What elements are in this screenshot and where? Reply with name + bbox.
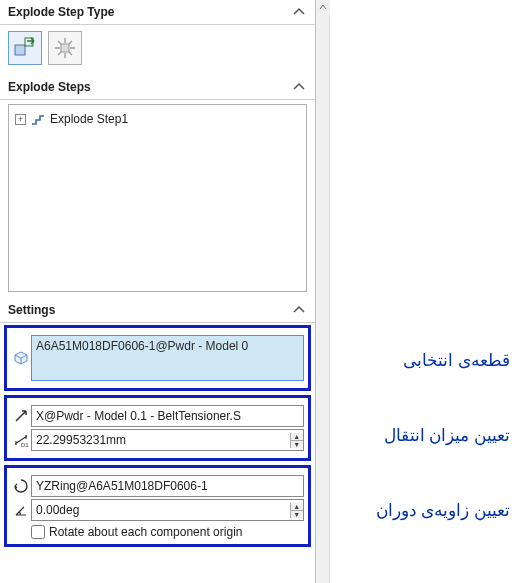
scroll-up-icon[interactable]	[316, 0, 330, 14]
section-explode-steps: Explode Steps + Explode Step1	[0, 75, 315, 298]
angle-field[interactable]: ▲ ▼	[31, 499, 304, 521]
svg-rect-2	[61, 44, 69, 52]
chevron-up-icon[interactable]	[291, 302, 307, 318]
translation-group: D1 ▲ ▼	[4, 395, 311, 461]
expand-icon[interactable]: +	[15, 114, 26, 125]
section-settings: Settings A6A51M018DF0606-1@Pwdr - Model …	[0, 298, 315, 557]
settings-body: A6A51M018DF0606-1@Pwdr - Model 0	[0, 325, 315, 557]
spin-up-icon[interactable]: ▲	[291, 503, 303, 510]
regular-step-icon	[12, 35, 38, 61]
section-explode-step-type: Explode Step Type	[0, 0, 315, 75]
section-header[interactable]: Settings	[0, 298, 315, 323]
property-panel: Explode Step Type	[0, 0, 316, 583]
explode-type-radial-button[interactable]	[48, 31, 82, 65]
component-selection-box[interactable]: A6A51M018DF0606-1@Pwdr - Model 0	[31, 335, 304, 381]
rotation-group: ▲ ▼ Rotate about each component origin	[4, 465, 311, 547]
section-header[interactable]: Explode Step Type	[0, 0, 315, 25]
rotate-origin-checkbox[interactable]	[31, 525, 45, 539]
distance-field[interactable]: ▲ ▼	[31, 429, 304, 451]
rotation-ref-field[interactable]	[31, 475, 304, 497]
explode-step-icon	[30, 111, 46, 127]
spin-up-icon[interactable]: ▲	[291, 433, 303, 440]
section-title: Settings	[8, 303, 291, 317]
svg-text:D1: D1	[21, 442, 29, 448]
explode-steps-tree[interactable]: + Explode Step1	[8, 104, 307, 292]
direction-icon	[11, 405, 31, 427]
spin-down-icon[interactable]: ▼	[291, 440, 303, 448]
svg-rect-0	[15, 45, 25, 55]
panel-scrollbar[interactable]	[316, 0, 330, 583]
tree-item[interactable]: + Explode Step1	[13, 109, 302, 129]
explode-type-regular-button[interactable]	[8, 31, 42, 65]
direction-input[interactable]	[32, 409, 303, 423]
angle-icon	[11, 499, 31, 521]
rotate-origin-row: Rotate about each component origin	[11, 523, 304, 539]
selection-group: A6A51M018DF0606-1@Pwdr - Model 0	[4, 325, 311, 391]
direction-field[interactable]	[31, 405, 304, 427]
annotation-selection: قطعه‌ی انتخابی	[403, 350, 510, 371]
distance-input[interactable]	[32, 433, 290, 447]
annotation-translation: تعیین میزان انتقال	[384, 425, 510, 446]
chevron-up-icon[interactable]	[291, 4, 307, 20]
distance-spinner: ▲ ▼	[290, 433, 303, 448]
angle-input[interactable]	[32, 503, 290, 517]
component-icon	[11, 335, 31, 381]
section-header[interactable]: Explode Steps	[0, 75, 315, 100]
annotation-rotation: تعیین زاویه‌ی دوران	[376, 500, 510, 521]
annotation-area: قطعه‌ی انتخابی تعیین میزان انتقال تعیین …	[330, 0, 518, 583]
section-title: Explode Step Type	[8, 5, 291, 19]
section-title: Explode Steps	[8, 80, 291, 94]
radial-step-icon	[52, 35, 78, 61]
spin-down-icon[interactable]: ▼	[291, 510, 303, 518]
scroll-track[interactable]	[316, 14, 329, 583]
tree-item-label: Explode Step1	[50, 112, 128, 126]
chevron-up-icon[interactable]	[291, 79, 307, 95]
rotation-ref-input[interactable]	[32, 479, 303, 493]
distance-icon: D1	[11, 429, 31, 451]
rotate-origin-label: Rotate about each component origin	[49, 525, 242, 539]
angle-spinner: ▲ ▼	[290, 503, 303, 518]
explode-type-buttons	[0, 25, 315, 75]
rotation-axis-icon	[11, 475, 31, 497]
selected-component: A6A51M018DF0606-1@Pwdr - Model 0	[36, 339, 248, 353]
